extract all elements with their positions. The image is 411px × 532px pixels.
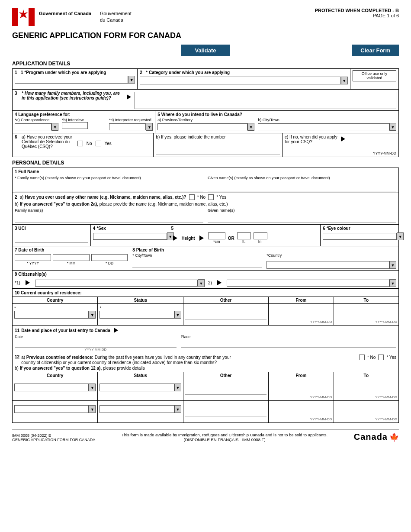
cr-status-arrow[interactable]: ▼ <box>174 311 181 319</box>
validate-button[interactable]: Validate <box>181 45 230 56</box>
last-entry-num: 11 <box>15 328 19 333</box>
province-cell: a) Province/Territory ▼ <box>157 118 254 131</box>
city-arrow[interactable]: ▼ <box>389 123 396 131</box>
pr2-other-input[interactable] <box>185 409 267 416</box>
interpreter-input[interactable] <box>109 123 146 130</box>
other-name-no-checkbox[interactable] <box>189 194 195 200</box>
cr-asterisk: * <box>14 306 16 310</box>
height-ft-label: ft. <box>242 239 246 244</box>
pd-row-1: 1 Full Name * Family name(s) (exactly as… <box>13 168 398 193</box>
pr2-country-arrow[interactable]: ▼ <box>89 405 96 413</box>
pd-row-3456: 3 UCI 4 *Sex ▼ 5 Height *cm <box>13 225 398 246</box>
cit-2-input[interactable] <box>227 280 389 287</box>
application-details-section: 1 1 *Program under which you are applyin… <box>12 68 399 157</box>
last-entry-triangle-icon[interactable] <box>114 328 118 333</box>
cr-status-input[interactable] <box>100 311 174 319</box>
family-name-input[interactable] <box>15 184 203 191</box>
csq-number-input[interactable] <box>156 148 280 155</box>
sex-input[interactable] <box>93 233 167 240</box>
cit-1-arrow[interactable]: ▼ <box>198 279 205 287</box>
last-entry-place-input[interactable] <box>181 341 396 348</box>
cit-2-triangle-icon[interactable] <box>217 280 222 285</box>
height-ft-input[interactable] <box>237 232 251 239</box>
pr2-status-input[interactable] <box>100 405 174 413</box>
prev-no-checkbox[interactable] <box>359 355 365 360</box>
cit-1-input[interactable] <box>35 280 198 287</box>
dob-dd-input[interactable] <box>91 254 128 261</box>
interpreter-arrow[interactable]: ▼ <box>146 123 153 131</box>
height-in-input[interactable] <box>254 232 267 239</box>
height-label: Height <box>182 236 195 241</box>
other-name-yes-checkbox[interactable] <box>208 194 214 200</box>
csq-no-label: No <box>87 141 92 146</box>
program-dropdown-arrow[interactable]: ▼ <box>128 76 135 84</box>
height-triangle-icon[interactable] <box>173 235 177 241</box>
other-name-header: 2 a) Have you ever used any other name (… <box>15 194 396 200</box>
correspondence-select: ▼ <box>15 123 58 131</box>
program-input[interactable] <box>15 76 128 84</box>
dob-yyyy-input[interactable] <box>15 254 51 261</box>
eye-colour-arrow[interactable]: ▼ <box>397 232 404 240</box>
cr-other-input[interactable] <box>185 313 267 319</box>
pr1-status-arrow[interactable]: ▼ <box>174 384 181 391</box>
cit-2-arrow[interactable]: ▼ <box>389 279 396 287</box>
cr-country-arrow[interactable]: ▼ <box>89 311 96 319</box>
category-input[interactable] <box>140 77 341 84</box>
csq-apply-triangle-icon[interactable] <box>341 136 345 142</box>
pd-row-9: 9 Citizenship(s) *1) ▼ 2) ▼ <box>13 271 398 289</box>
sex-select: ▼ <box>93 232 167 240</box>
category-dropdown-arrow[interactable]: ▼ <box>341 77 348 84</box>
canada-logo-icon <box>12 8 35 26</box>
prev-yes-checkbox[interactable] <box>378 355 384 360</box>
family-members-triangle-icon[interactable] <box>127 94 131 100</box>
pr2-status-arrow[interactable]: ▼ <box>174 405 181 413</box>
pr1-country-arrow[interactable]: ▼ <box>89 384 96 391</box>
height-arrow-icon[interactable] <box>199 235 204 241</box>
correspondence-input[interactable] <box>15 123 51 130</box>
cit-1-select: ▼ <box>35 279 205 287</box>
last-entry-date-input[interactable] <box>15 341 177 348</box>
cit-2-select: ▼ <box>227 279 396 287</box>
province-arrow[interactable]: ▼ <box>247 123 254 131</box>
clear-form-button[interactable]: Clear Form <box>352 45 399 56</box>
pr1-status-input[interactable] <box>100 384 174 391</box>
office-use-box: Office use only validated <box>353 70 396 81</box>
svg-rect-1 <box>29 8 35 26</box>
family-members-input-area[interactable] <box>135 92 396 109</box>
city-input[interactable] <box>258 123 389 130</box>
eye-colour-input[interactable] <box>323 233 397 240</box>
dob-dd-label: * DD <box>91 261 128 265</box>
cr-country-input[interactable] <box>14 311 89 319</box>
toolbar: Validate Clear Form <box>12 45 399 56</box>
height-cm-input[interactable] <box>208 232 225 239</box>
pob-country-arrow[interactable]: ▼ <box>389 261 396 269</box>
interview-input[interactable] <box>62 122 88 129</box>
interpreter-select: ▼ <box>109 123 153 131</box>
pob-country-input[interactable] <box>267 261 389 269</box>
pr2-other-cell <box>183 401 269 422</box>
application-details-header: APPLICATION DETAILS <box>12 61 399 67</box>
other-family-input[interactable] <box>15 216 203 223</box>
province-input[interactable] <box>157 123 247 130</box>
given-name-input[interactable] <box>208 184 396 191</box>
other-name-question: a) Have you ever used any other name (e.… <box>20 195 186 200</box>
other-given-input[interactable] <box>208 216 396 223</box>
cit-1-triangle-icon[interactable] <box>26 280 30 285</box>
family-members-arrow[interactable] <box>125 94 133 101</box>
office-use-label: Office use only <box>355 71 394 76</box>
pr1-from-cell: YYYY-MM-DD <box>269 379 334 400</box>
correspondence-arrow[interactable]: ▼ <box>51 123 58 131</box>
height-num: 5 <box>171 226 318 231</box>
pob-city-input[interactable] <box>132 261 262 268</box>
header-left: Government of Canada Gouvernementdu Cana… <box>12 8 132 26</box>
pr1-other-input[interactable] <box>185 388 267 395</box>
dob-mm-input[interactable] <box>53 254 89 261</box>
eye-colour-label: 6 *Eye colour <box>323 226 396 231</box>
csq-yes-checkbox[interactable] <box>96 141 101 146</box>
csq-no-checkbox[interactable] <box>77 141 83 146</box>
uci-input[interactable] <box>15 236 88 243</box>
pr2-country-input[interactable] <box>14 405 89 413</box>
name-row: * Family name(s) (exactly as shown on yo… <box>15 176 396 191</box>
pr1-country-input[interactable] <box>14 384 89 391</box>
canada-flag-icon: 🍁 <box>389 432 399 442</box>
